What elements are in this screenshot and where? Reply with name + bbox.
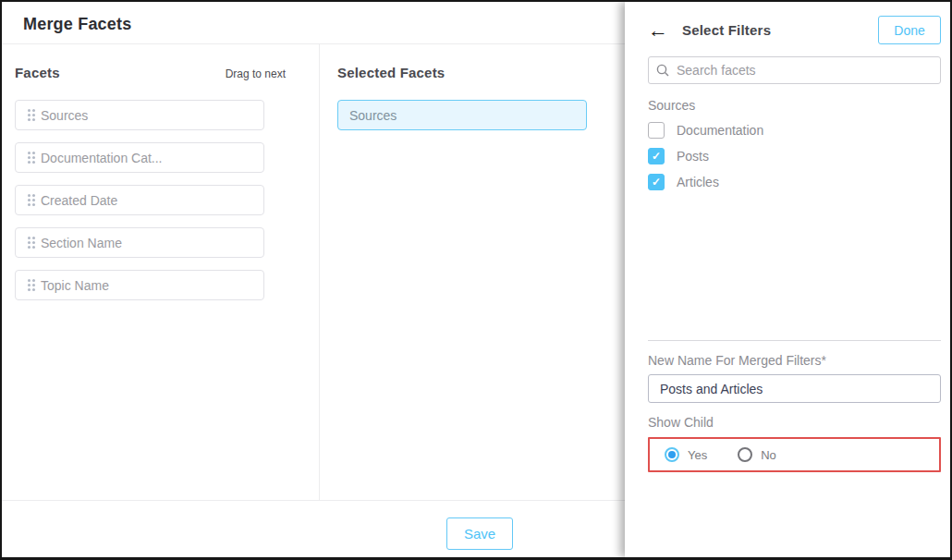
filter-option-documentation[interactable]: Documentation: [648, 121, 941, 139]
drawer-header: ← Select Filters Done: [648, 16, 941, 44]
done-button[interactable]: Done: [878, 16, 941, 44]
filter-option-posts[interactable]: ✓ Posts: [648, 147, 941, 164]
search-facets-input[interactable]: [677, 63, 933, 78]
merge-facets-screen: Merge Facets Facets Drag to next Sources…: [0, 0, 952, 560]
radio-selected-icon[interactable]: [665, 447, 679, 462]
drag-handle-icon[interactable]: [28, 279, 31, 282]
merged-filters-name-input[interactable]: [648, 374, 941, 403]
facets-panel: Facets Drag to next Sources Documentatio…: [2, 44, 320, 500]
drag-handle-icon[interactable]: [28, 109, 31, 112]
back-arrow-icon[interactable]: ←: [648, 20, 668, 41]
checkbox-checked-icon[interactable]: ✓: [648, 148, 665, 164]
show-child-radio-group: Yes No: [648, 437, 941, 472]
filter-group-label: Sources: [648, 98, 941, 113]
drawer-divider: [648, 340, 941, 341]
filter-option-label: Documentation: [677, 123, 763, 138]
drawer-title: Select Filters: [682, 22, 771, 38]
radio-unselected-icon[interactable]: [738, 447, 752, 462]
facets-panel-title: Facets: [15, 65, 60, 80]
selected-facets-title: Selected Facets: [337, 65, 445, 80]
checkbox-checked-icon[interactable]: ✓: [648, 174, 665, 190]
check-icon: ✓: [652, 177, 661, 188]
filter-option-articles[interactable]: ✓ Articles: [648, 173, 941, 190]
radio-option-no[interactable]: No: [738, 447, 776, 462]
filter-option-label: Posts: [677, 149, 709, 164]
radio-dot: [668, 451, 676, 458]
facet-item-sources[interactable]: Sources: [15, 100, 264, 130]
facet-item-label: Topic Name: [41, 278, 109, 293]
radio-option-yes[interactable]: Yes: [665, 447, 707, 462]
filter-option-label: Articles: [677, 175, 719, 189]
search-facets-box[interactable]: [648, 56, 941, 84]
radio-option-label: No: [761, 448, 776, 462]
facet-item-label: Created Date: [41, 193, 117, 208]
facet-item-label: Section Name: [41, 236, 122, 250]
show-child-label: Show Child: [648, 415, 941, 430]
save-button[interactable]: Save: [446, 517, 513, 550]
drag-handle-icon[interactable]: [28, 152, 31, 154]
facet-item-documentation-category[interactable]: Documentation Cat...: [15, 142, 264, 173]
search-icon: [656, 64, 669, 77]
page-title: Merge Facets: [23, 15, 131, 33]
drag-handle-icon[interactable]: [28, 194, 31, 197]
checkbox-unchecked-icon[interactable]: [648, 122, 665, 139]
facet-item-label: Documentation Cat...: [41, 151, 163, 165]
radio-option-label: Yes: [688, 448, 707, 462]
drag-to-next-hint: Drag to next: [226, 67, 286, 80]
drag-handle-icon[interactable]: [28, 237, 31, 239]
selected-facet-sources[interactable]: Sources: [337, 100, 587, 130]
facets-panel-header: Facets Drag to next: [15, 65, 286, 80]
select-filters-drawer: ← Select Filters Done Sources Documentat…: [625, 2, 950, 557]
check-icon: ✓: [652, 151, 661, 162]
facet-item-topic-name[interactable]: Topic Name: [15, 270, 264, 300]
facet-item-label: Sources: [41, 108, 88, 123]
new-name-label: New Name For Merged Filters*: [648, 353, 941, 368]
facet-item-created-date[interactable]: Created Date: [15, 185, 264, 215]
facet-item-section-name[interactable]: Section Name: [15, 227, 264, 258]
